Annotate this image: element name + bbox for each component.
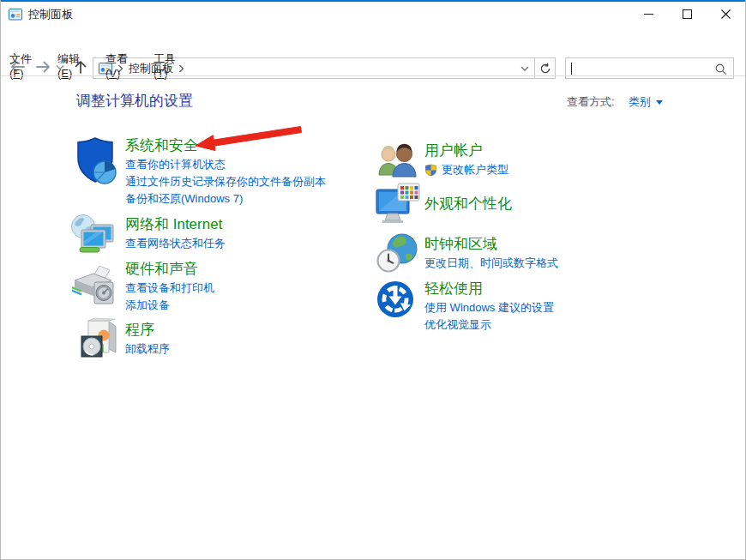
control-panel-window: 控制面板 控制面板: [0, 0, 746, 560]
minimize-button[interactable]: [629, 2, 668, 27]
uac-shield-icon: [424, 164, 437, 177]
category-network-internet: 网络和 Internet 查看网络状态和任务: [69, 212, 226, 252]
category-programs: 程序 卸载程序: [69, 316, 170, 358]
close-icon: [721, 9, 731, 19]
window-title: 控制面板: [28, 7, 73, 22]
category-system-security: 系统和安全 查看你的计算机状态 通过文件历史记录保存你的文件备份副本 备份和还原…: [73, 133, 326, 208]
minimize-icon: [644, 14, 653, 15]
view-by-value[interactable]: 类别: [629, 94, 651, 110]
category-link[interactable]: 更改帐户类型: [424, 161, 508, 178]
window-controls: [629, 2, 745, 27]
category-link[interactable]: 查看设备和打印机: [125, 280, 214, 297]
category-link[interactable]: 使用 Windows 建议的设置: [424, 299, 554, 316]
category-appearance-personalization: 外观和个性化: [376, 180, 512, 214]
printer-speaker-icon[interactable]: [69, 265, 117, 310]
security-shield-icon[interactable]: [74, 135, 117, 189]
category-link[interactable]: 查看你的计算机状态: [125, 156, 326, 173]
control-panel-app-icon: [9, 8, 22, 21]
category-link[interactable]: 添加设备: [125, 297, 214, 314]
network-monitors-icon[interactable]: [69, 214, 116, 258]
maximize-button[interactable]: [668, 2, 707, 27]
category-clock-region: 时钟和区域 更改日期、时间或数字格式: [376, 231, 558, 272]
software-box-cd-icon[interactable]: [80, 317, 119, 362]
view-by-label: 查看方式:: [567, 94, 615, 110]
titlebar: 控制面板: [1, 2, 745, 27]
category-ease-of-access: 轻松使用 使用 Windows 建议的设置 优化视觉显示: [376, 275, 554, 334]
category-user-accounts: 用户帐户 更改帐户类型: [376, 138, 508, 178]
page-title: 调整计算机的设置: [76, 91, 193, 111]
category-link[interactable]: 更改日期、时间或数字格式: [424, 255, 558, 272]
monitor-palette-icon[interactable]: [376, 183, 420, 229]
category-title[interactable]: 硬件和声音: [125, 259, 214, 280]
category-link[interactable]: 优化视觉显示: [424, 316, 554, 334]
category-link[interactable]: 备份和还原(Windows 7): [125, 190, 326, 208]
view-by-control: 查看方式: 类别: [567, 94, 663, 110]
category-link[interactable]: 卸载程序: [125, 340, 170, 358]
two-users-icon[interactable]: [376, 140, 417, 183]
menu-bar: 文件(F) 编辑(E) 查看(V) 工具(T): [1, 55, 745, 75]
ease-of-access-icon[interactable]: [376, 280, 415, 322]
category-title[interactable]: 轻松使用: [424, 279, 554, 299]
category-title[interactable]: 网络和 Internet: [125, 214, 226, 235]
category-title[interactable]: 系统和安全: [125, 135, 326, 156]
category-title[interactable]: 程序: [125, 320, 170, 340]
category-hardware-sound: 硬件和声音 查看设备和打印机 添加设备: [69, 256, 214, 314]
category-link[interactable]: 通过文件历史记录保存你的文件备份副本: [125, 173, 326, 190]
maximize-icon: [683, 9, 692, 19]
view-by-dropdown-icon[interactable]: [656, 100, 663, 105]
category-title[interactable]: 时钟和区域: [424, 234, 558, 255]
close-button[interactable]: [707, 2, 745, 27]
category-link-label: 更改帐户类型: [442, 161, 508, 178]
globe-clock-icon[interactable]: [376, 232, 418, 277]
category-title[interactable]: 外观和个性化: [424, 194, 512, 214]
category-link[interactable]: 查看网络状态和任务: [125, 235, 226, 252]
menu-separator: [1, 75, 745, 76]
category-title[interactable]: 用户帐户: [424, 141, 508, 161]
